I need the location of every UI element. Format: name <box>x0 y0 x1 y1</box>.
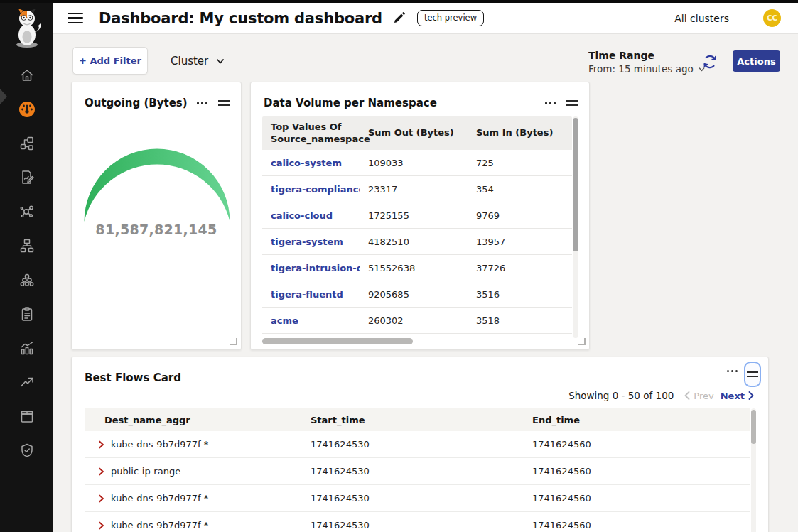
prev-page-button[interactable]: Prev <box>684 391 713 401</box>
end-time: 1741624560 <box>512 493 750 504</box>
refresh-button[interactable] <box>701 53 718 70</box>
namespace-link[interactable]: acme <box>262 315 360 326</box>
pencil-icon <box>392 11 406 25</box>
sidebar-item-security[interactable] <box>16 443 38 458</box>
card-resize-handle[interactable] <box>230 338 237 345</box>
sidebar-item-compliance[interactable] <box>16 306 38 322</box>
sum-out-value: 23317 <box>360 184 468 195</box>
top-bar: Dashboard: My custom dashboard tech prev… <box>53 0 798 34</box>
expand-row-icon[interactable] <box>98 467 104 476</box>
vertical-scrollbar[interactable] <box>573 116 578 338</box>
gauge-arc <box>85 149 230 222</box>
card-drag-handle-icon[interactable] <box>566 100 578 106</box>
sum-out-value: 51552638 <box>360 263 468 273</box>
vertical-scrollbar[interactable] <box>751 408 756 532</box>
namespace-link[interactable]: tigera-system <box>262 237 360 247</box>
sidebar-item-home[interactable] <box>16 67 38 83</box>
next-page-button[interactable]: Next <box>721 391 754 401</box>
chevron-down-icon <box>215 56 225 66</box>
data-volume-card: Data Volume per Namespace Top Values Of … <box>250 82 590 350</box>
card-header: Best Flows Card <box>72 357 768 389</box>
card-title: Outgoing (Bytes) <box>85 97 188 109</box>
namespace-table: Top Values Of Source_namespace Sum Out (… <box>262 116 572 334</box>
calico-cat-logo[interactable] <box>0 6 53 51</box>
chevron-left-icon <box>684 391 690 400</box>
package-box-icon <box>19 408 35 424</box>
hamburger-menu-icon[interactable] <box>68 13 83 24</box>
page-title: Dashboard: My custom dashboard <box>99 10 382 27</box>
namespace-link[interactable]: tigera-fluentd <box>262 289 360 300</box>
dest-name: kube-dns-9b7d977f-* <box>111 493 208 504</box>
namespace-link[interactable]: tigera-compliance <box>262 184 360 195</box>
sidebar-item-packages[interactable] <box>16 408 38 424</box>
end-time: 1741624560 <box>512 466 750 477</box>
card-menu-icon[interactable] <box>545 102 556 104</box>
sum-in-value: 13957 <box>468 237 572 247</box>
card-header: Outgoing (Bytes) <box>72 82 241 114</box>
card-menu-icon[interactable] <box>727 370 738 372</box>
outgoing-bytes-card: Outgoing (Bytes) 81,587,821,145 <box>71 82 242 350</box>
namespace-link[interactable]: calico-cloud <box>262 210 360 221</box>
dest-name: kube-dns-9b7d977f-* <box>111 520 208 531</box>
card-title: Data Volume per Namespace <box>264 97 437 109</box>
table-row: kube-dns-9b7d977f-* 1741624530 174162456… <box>85 512 750 532</box>
flows-table: Dest_name_aggr Start_time End_time kube-… <box>85 408 750 532</box>
scrollbar-thumb[interactable] <box>262 338 413 344</box>
table-row: calico-system 109033 725 <box>262 150 572 176</box>
scrollbar-thumb[interactable] <box>573 118 578 251</box>
sum-in-value: 3518 <box>468 315 572 326</box>
end-time: 1741624560 <box>512 439 750 450</box>
molecule-icon <box>19 204 35 219</box>
sidebar-item-graph-explorer[interactable] <box>16 204 38 219</box>
add-filter-button[interactable]: + Add Filter <box>72 47 148 75</box>
sum-out-value: 9205685 <box>360 289 468 300</box>
network-tree-icon <box>19 238 35 254</box>
sidebar-item-trends[interactable] <box>16 374 38 390</box>
home-icon <box>19 67 35 83</box>
card-menu-icon[interactable] <box>197 102 207 104</box>
column-header: Dest_name_aggr <box>85 415 291 425</box>
column-header: Start_time <box>291 415 512 425</box>
gauge-icon <box>18 100 36 119</box>
service-graph-icon <box>19 136 35 151</box>
card-drag-handle-icon[interactable] <box>218 100 230 106</box>
sidebar-item-service-graph[interactable] <box>16 136 38 151</box>
expand-row-icon[interactable] <box>98 494 104 503</box>
card-resize-handle[interactable] <box>578 338 586 345</box>
table-row: public-ip-range 1741624530 1741624560 <box>85 458 750 485</box>
start-time: 1741624530 <box>291 466 512 477</box>
best-flows-card: Best Flows Card Showing 0 - 50 of 100 Pr… <box>71 357 769 532</box>
actions-button[interactable]: Actions <box>733 50 780 72</box>
column-header: Top Values Of Source_namespace <box>262 121 360 145</box>
table-row: acme 260302 3518 <box>262 308 572 334</box>
horizontal-scrollbar[interactable] <box>262 338 572 344</box>
scrollbar-thumb[interactable] <box>751 410 756 444</box>
card-drag-handle-focused[interactable] <box>744 362 761 387</box>
time-range-label: Time Range <box>588 50 706 61</box>
all-clusters-selector[interactable]: All clusters <box>674 13 729 24</box>
table-row: kube-dns-9b7d977f-* 1741624530 174162456… <box>85 485 750 512</box>
table-header-row: Top Values Of Source_namespace Sum Out (… <box>262 116 572 150</box>
sidebar-item-dashboards-active[interactable] <box>16 102 38 117</box>
window-top-edge <box>0 0 798 3</box>
sidebar-nav <box>0 0 53 532</box>
user-avatar[interactable]: CC <box>763 9 781 27</box>
card-title: Best Flows Card <box>85 371 181 384</box>
namespace-link[interactable]: calico-system <box>262 158 360 168</box>
start-time: 1741624530 <box>291 493 512 504</box>
gauge-value: 81,587,821,145 <box>72 222 241 237</box>
sum-in-value: 37726 <box>468 263 572 273</box>
cluster-dropdown[interactable]: Cluster <box>171 53 225 70</box>
sum-in-value: 3516 <box>468 289 572 300</box>
sidebar-item-reports[interactable] <box>16 170 38 185</box>
refresh-icon <box>701 53 718 70</box>
edit-dashboard-button[interactable] <box>392 11 406 25</box>
namespace-link[interactable]: tigera-intrusion-d… <box>262 263 360 273</box>
sidebar-item-statistics[interactable] <box>16 340 38 356</box>
expand-row-icon[interactable] <box>98 440 104 449</box>
sidebar-item-network-sets[interactable] <box>16 238 38 254</box>
expand-row-icon[interactable] <box>98 521 104 530</box>
sidebar-item-clusters[interactable] <box>16 272 38 288</box>
time-range-value-dropdown[interactable]: From: 15 minutes ago <box>588 63 706 75</box>
sum-in-value: 9769 <box>468 210 572 221</box>
